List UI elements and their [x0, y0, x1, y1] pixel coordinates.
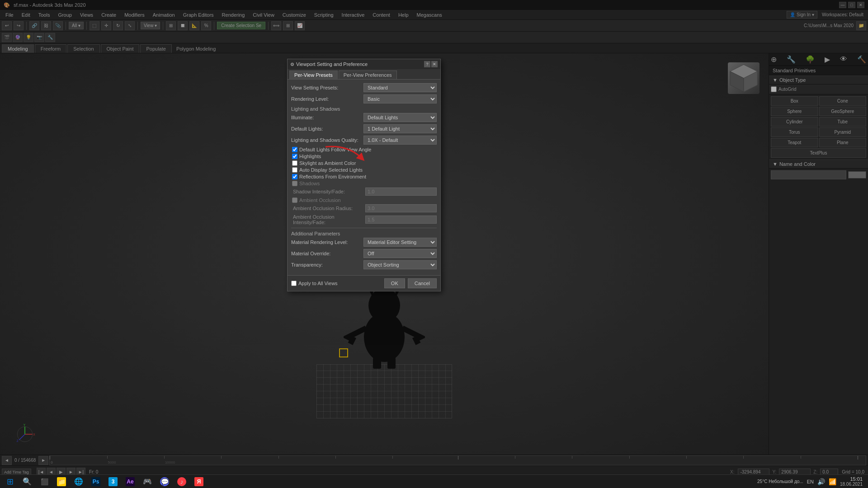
- dialog-close-button[interactable]: ✕: [431, 61, 438, 67]
- view-setting-presets-label: View Setting Presets:: [291, 85, 363, 90]
- ao-radius-input[interactable]: [365, 204, 437, 212]
- reflections-row: Reflections From Environment: [291, 174, 437, 179]
- highlights-checkbox[interactable]: [292, 154, 297, 159]
- reflections-checkbox[interactable]: [292, 174, 297, 179]
- skylight-label: Skylight as Ambient Color: [299, 160, 356, 166]
- shadow-intensity-label: Shadow Intensity/Fade:: [293, 189, 365, 194]
- illuminate-row: Illuminate: Default Lights: [291, 113, 437, 122]
- transparency-label: Transparency:: [291, 262, 363, 267]
- shadows-label: Shadows: [299, 181, 320, 186]
- ambient-occlusion-label: Ambient Occlusion: [299, 197, 341, 203]
- dialog-icon: ⚙: [290, 62, 294, 67]
- yandex-app[interactable]: Я: [191, 475, 207, 488]
- ok-button[interactable]: OK: [384, 278, 405, 288]
- highlights-row: Highlights: [291, 154, 437, 159]
- weather-label: 25°C Небольшой до...: [757, 479, 803, 484]
- illuminate-select[interactable]: Default Lights: [363, 113, 437, 122]
- steam-app[interactable]: 🎮: [139, 475, 156, 488]
- dialog-title: Viewport Setting and Preference: [296, 61, 368, 67]
- default-lights-follow-row: Default Lights Follow View Angle: [291, 147, 437, 152]
- auto-display-row: Auto Display Selected Lights: [291, 167, 437, 173]
- dialog-overlay: ⚙ Viewport Setting and Preference ? ✕ Pe…: [0, 0, 868, 488]
- shadow-intensity-row: Shadow Intensity/Fade: 1.0: [291, 188, 437, 196]
- lighting-shadows-label: Lighting and Shadows: [291, 106, 437, 112]
- dialog-footer: Apply to All Views OK Cancel: [288, 275, 440, 291]
- divider1: [291, 228, 437, 228]
- viewport-settings-dialog: ⚙ Viewport Setting and Preference ? ✕ Pe…: [287, 59, 441, 291]
- rendering-level-label: Rendering Level:: [291, 96, 363, 102]
- apply-all-views-label: Apply to All Views: [298, 281, 338, 286]
- lighting-quality-label: Lighting and Shadows Quality:: [291, 137, 363, 143]
- ambient-occlusion-row: Ambient Occlusion: [291, 197, 437, 203]
- skylight-checkbox[interactable]: [292, 160, 297, 166]
- shadows-row: Shadows: [291, 181, 437, 186]
- dialog-body: View Setting Presets: Standard Rendering…: [288, 80, 440, 275]
- lighting-quality-row: Lighting and Shadows Quality: 1.0X - Def…: [291, 136, 437, 145]
- task-view-button[interactable]: ⬛: [36, 475, 52, 488]
- clock-date: 18.06.2021: [840, 482, 863, 487]
- ao-radius-label: Ambient Occlusion Radius:: [293, 206, 365, 211]
- aftereffects-app[interactable]: Ae: [122, 475, 138, 488]
- ambient-occlusion-checkbox[interactable]: [292, 197, 297, 203]
- additional-params-label: Additional Parameters: [291, 231, 437, 236]
- material-rendering-level-select[interactable]: Material Editor Setting: [363, 238, 437, 247]
- skylight-row: Skylight as Ambient Color: [291, 160, 437, 166]
- 3dsmax-app[interactable]: 3: [105, 475, 121, 488]
- keyboard-layout: EN: [807, 479, 814, 484]
- highlights-label: Highlights: [299, 154, 321, 159]
- reflections-label: Reflections From Environment: [299, 174, 366, 179]
- default-lights-label: Default Lights:: [291, 126, 363, 131]
- transparency-select[interactable]: Object Sorting: [363, 260, 437, 269]
- illuminate-label: Illuminate:: [291, 115, 363, 120]
- taskbar: ⊞ 🔍 ⬛ 📁 🌐 Ps 3 Ae 🎮 💬 ♪ Я 25°C Небольшой…: [0, 474, 868, 488]
- view-setting-presets-row: View Setting Presets: Standard: [291, 83, 437, 92]
- transparency-row: Transparency: Object Sorting: [291, 260, 437, 269]
- default-lights-follow-label: Default Lights Follow View Angle: [299, 147, 371, 152]
- default-lights-follow-checkbox[interactable]: [292, 147, 297, 152]
- clock-time: 15:01: [840, 476, 863, 482]
- taskbar-right: 25°C Небольшой до... EN 🔊 📶 15:01 18.06.…: [757, 476, 866, 487]
- tab-per-view-presets[interactable]: Per-View Presets: [289, 70, 338, 79]
- ao-intensity-row: Ambient Occlusion Intensity/Fade:: [291, 214, 437, 225]
- discord-app[interactable]: 💬: [156, 475, 173, 488]
- dialog-titlebar: ⚙ Viewport Setting and Preference ? ✕: [288, 59, 440, 69]
- auto-display-checkbox[interactable]: [292, 167, 297, 173]
- material-rendering-level-label: Material Rendering Level:: [291, 239, 363, 245]
- default-lights-select[interactable]: 1 Default Light: [363, 124, 437, 133]
- tab-per-view-preferences[interactable]: Per-View Preferences: [339, 70, 397, 79]
- rendering-level-row: Rendering Level: Basic: [291, 94, 437, 103]
- dialog-help-button[interactable]: ?: [424, 61, 430, 67]
- lighting-quality-select[interactable]: 1.0X - Default: [363, 136, 437, 145]
- view-setting-presets-select[interactable]: Standard: [363, 83, 437, 92]
- search-button[interactable]: 🔍: [19, 475, 35, 488]
- file-explorer-app[interactable]: 📁: [53, 475, 70, 488]
- chrome-app[interactable]: 🌐: [71, 475, 87, 488]
- material-override-select[interactable]: Off: [363, 249, 437, 258]
- photoshop-app[interactable]: Ps: [88, 475, 104, 488]
- taskbar-clock: 15:01 18.06.2021: [840, 476, 863, 487]
- material-override-row: Material Override: Off: [291, 249, 437, 258]
- auto-display-label: Auto Display Selected Lights: [299, 167, 363, 173]
- rendering-level-select[interactable]: Basic: [363, 94, 437, 103]
- default-lights-row: Default Lights: 1 Default Light: [291, 124, 437, 133]
- volume-icon[interactable]: 🔊: [817, 478, 825, 485]
- ao-intensity-input[interactable]: [365, 216, 437, 224]
- ao-intensity-label: Ambient Occlusion Intensity/Fade:: [293, 214, 365, 225]
- start-button[interactable]: ⊞: [2, 475, 18, 488]
- network-icon[interactable]: 📶: [829, 478, 836, 485]
- ao-radius-row: Ambient Occlusion Radius:: [291, 204, 437, 212]
- apply-all-views-checkbox[interactable]: [291, 281, 297, 286]
- dialog-tabs: Per-View Presets Per-View Preferences: [288, 69, 440, 80]
- shadow-intensity-input[interactable]: 1.0: [365, 188, 437, 196]
- material-rendering-level-row: Material Rendering Level: Material Edito…: [291, 238, 437, 247]
- shadows-checkbox[interactable]: [292, 181, 297, 186]
- cancel-button[interactable]: Cancel: [408, 278, 437, 288]
- itunes-app[interactable]: ♪: [174, 475, 190, 488]
- material-override-label: Material Override:: [291, 251, 363, 256]
